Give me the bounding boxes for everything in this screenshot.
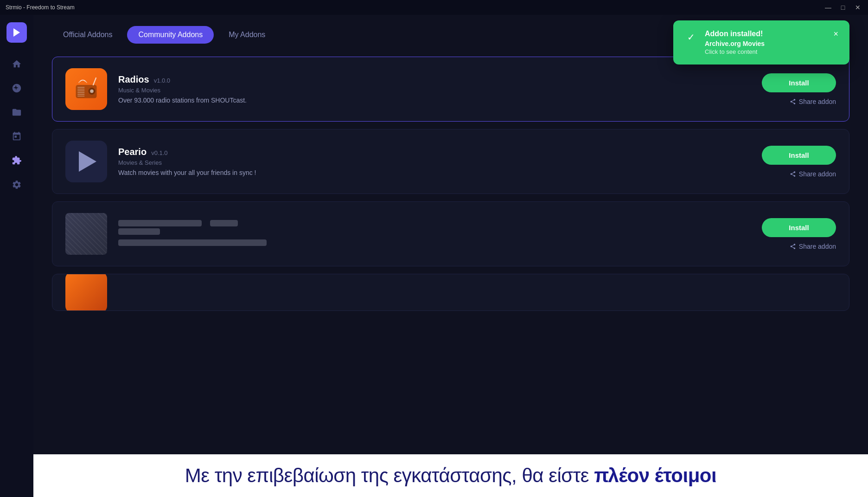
addon-category-radios: Music & Movies: [118, 87, 751, 94]
tab-community[interactable]: Community Addons: [127, 26, 214, 44]
install-button-blurred[interactable]: Install: [762, 218, 836, 237]
addon-desc-peario: Watch movies with your all your friends …: [118, 169, 751, 176]
share-label-radios: Share addon: [799, 98, 836, 105]
addon-actions-peario: Install Share addon: [762, 146, 836, 178]
share-icon-blurred: [790, 243, 796, 250]
maximize-button[interactable]: □: [838, 4, 848, 11]
addon-version-radios: v1.0.0: [154, 77, 170, 84]
bottom-banner-text: Με την επιβεβαίωση της εγκατάστασης, θα …: [185, 465, 716, 487]
addon-logo-peario: [65, 141, 107, 182]
addon-version-peario: v0.1.0: [151, 149, 167, 156]
app-logo[interactable]: [6, 22, 27, 43]
toast-notification[interactable]: ✓ Addon installed! Archive.org Movies Cl…: [673, 20, 849, 65]
sidebar-item-home[interactable]: [6, 54, 27, 74]
share-button-peario[interactable]: Share addon: [790, 170, 836, 178]
svg-point-9: [90, 90, 94, 93]
share-icon-peario: [790, 171, 796, 177]
install-button-radios[interactable]: Install: [762, 73, 836, 92]
bottom-banner-prefix: Με την επιβεβαίωση της εγκατάστασης, θα …: [185, 465, 594, 486]
addon-version-blurred-placeholder: [210, 220, 238, 226]
addon-actions-radios: Install Share addon: [762, 73, 836, 105]
peario-play-icon: [79, 151, 96, 172]
addon-info-blurred: [118, 220, 751, 248]
folder-icon: [12, 107, 22, 117]
puzzle-icon: [12, 155, 22, 166]
minimize-button[interactable]: —: [823, 4, 833, 11]
app-container: Official Addons Community Addons My Addo…: [0, 15, 868, 497]
toast-close-button[interactable]: ×: [833, 30, 838, 38]
addon-info-peario: Peario v0.1.0 Movies & Series Watch movi…: [118, 147, 751, 176]
addon-card-blurred: Install Share addon: [52, 201, 849, 266]
toast-content: Addon installed! Archive.org Movies Clic…: [705, 30, 826, 55]
share-label-peario: Share addon: [799, 170, 836, 178]
addon-name-row-blurred: [118, 220, 751, 226]
share-button-blurred[interactable]: Share addon: [790, 243, 836, 250]
sidebar: [0, 15, 33, 497]
bottom-banner-bold: πλέον έτοιμοι: [594, 465, 716, 486]
toast-subtitle: Click to see content: [705, 48, 826, 55]
main-content: Official Addons Community Addons My Addo…: [33, 15, 868, 497]
sidebar-item-settings[interactable]: [6, 174, 27, 195]
share-icon-radios: [790, 98, 796, 105]
tab-official[interactable]: Official Addons: [52, 26, 123, 44]
addon-desc-radios: Over 93.000 radio stations from SHOUTcas…: [118, 97, 751, 104]
tab-my[interactable]: My Addons: [217, 26, 276, 44]
logo-icon: [11, 27, 22, 38]
addon-info-radios: Radios v1.0.0 Music & Movies Over 93.000…: [118, 74, 751, 104]
calendar-icon: [12, 131, 22, 142]
addon-desc-blurred-placeholder: [118, 239, 267, 246]
sidebar-item-addons[interactable]: [6, 150, 27, 171]
addon-card-radios: Radios v1.0.0 Music & Movies Over 93.000…: [52, 57, 849, 122]
addon-name-peario: Peario: [118, 147, 147, 157]
toast-check-icon: ✓: [684, 31, 697, 44]
svg-marker-0: [13, 28, 20, 37]
install-button-peario[interactable]: Install: [762, 146, 836, 165]
addon-actions-blurred: Install Share addon: [762, 218, 836, 250]
addon-logo-blurred: [65, 213, 107, 255]
titlebar: Strmio - Freedom to Stream — □ ✕: [0, 0, 868, 15]
bottom-banner: Με την επιβεβαίωση της εγκατάστασης, θα …: [33, 454, 868, 497]
addon-name-radios: Radios: [118, 74, 149, 85]
svg-line-10: [93, 78, 96, 85]
addon-name-row-radios: Radios v1.0.0: [118, 74, 751, 85]
radio-svg-icon: [72, 75, 100, 103]
addon-logo-partial: [65, 274, 107, 311]
sidebar-item-library[interactable]: [6, 102, 27, 123]
addon-name-blurred-placeholder: [118, 220, 202, 226]
sidebar-item-discover[interactable]: [6, 78, 27, 98]
app-title: Strmio - Freedom to Stream: [6, 4, 75, 11]
gear-icon: [12, 180, 22, 190]
addon-logo-radios: [65, 68, 107, 110]
toast-addon-name: Archive.org Movies: [705, 40, 826, 47]
addon-card-partial: [52, 274, 849, 311]
addon-name-row-peario: Peario v0.1.0: [118, 147, 751, 157]
addon-card-peario: Peario v0.1.0 Movies & Series Watch movi…: [52, 129, 849, 194]
share-label-blurred: Share addon: [799, 243, 836, 250]
addon-category-blurred-placeholder: [118, 228, 160, 235]
addon-category-peario: Movies & Series: [118, 159, 751, 166]
toast-title: Addon installed!: [705, 30, 826, 38]
compass-icon: [12, 83, 22, 93]
share-button-radios[interactable]: Share addon: [790, 98, 836, 105]
sidebar-item-calendar[interactable]: [6, 126, 27, 147]
home-icon: [12, 59, 22, 69]
close-button[interactable]: ✕: [853, 4, 862, 11]
window-controls: — □ ✕: [823, 4, 862, 11]
